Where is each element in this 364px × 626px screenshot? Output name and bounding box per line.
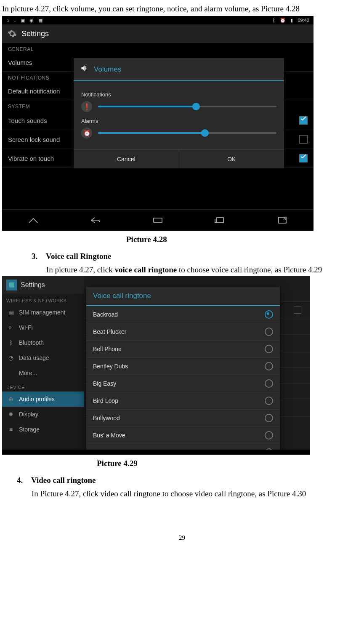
sidebar-item-label: Display xyxy=(19,411,38,418)
storage-icon: ≡ xyxy=(7,426,15,433)
sidebar-title: Settings xyxy=(21,281,45,289)
ok-button[interactable]: OK xyxy=(179,150,284,168)
radio-icon[interactable] xyxy=(265,345,273,353)
gear-icon xyxy=(7,29,17,39)
section3-body: In picture 4.27, click voice call ringto… xyxy=(46,264,362,276)
ringtone-label: Backroad xyxy=(93,311,118,318)
section3-number: 3. xyxy=(32,252,44,261)
radio-icon[interactable] xyxy=(265,362,273,370)
ringtone-label: Bird Loop xyxy=(93,397,118,404)
clock-text: 09:42 xyxy=(298,18,309,23)
alarm-icon: ⏰ xyxy=(81,128,92,139)
sidebar-section-device: DEVICE xyxy=(2,381,84,392)
ringtone-item-bus-a-move[interactable]: Bus' a Move xyxy=(86,427,280,444)
radio-icon[interactable] xyxy=(265,379,273,388)
bluetooth-status-icon: ᛒ xyxy=(272,18,275,23)
checkbox-placeholder[interactable] xyxy=(294,306,301,314)
sidebar-header: Settings xyxy=(2,276,84,294)
ringtone-label: Bell Phone xyxy=(93,346,122,352)
caption-429: Picture 4.29 xyxy=(97,459,364,468)
ringtone-label: Bentley Dubs xyxy=(93,363,128,370)
cancel-button[interactable]: Cancel xyxy=(74,150,179,168)
nav-home-icon[interactable] xyxy=(25,214,42,226)
ringtone-label: Beat Plucker xyxy=(93,328,126,335)
nav-back-icon[interactable] xyxy=(87,214,104,226)
sidebar-item-wi-fi[interactable]: ᯤWi-Fi xyxy=(2,320,84,335)
app-icon: ▣ xyxy=(21,18,25,23)
alarms-slider[interactable] xyxy=(98,132,276,134)
battery-status-icon: ▮ xyxy=(290,18,293,23)
label-alarms: Alarms xyxy=(81,118,276,124)
sidebar-item-sim-management[interactable]: ▤SIM management xyxy=(2,305,84,320)
ringtone-item-bird-loop[interactable]: Bird Loop xyxy=(86,392,280,410)
speaker-icon xyxy=(80,64,89,75)
section3-title: Voice call Ringtone xyxy=(46,252,112,261)
sim-icon: ▤ xyxy=(7,309,15,316)
ringtone-item-big-easy[interactable]: Big Easy xyxy=(86,375,280,392)
sidebar-item-label: Data usage xyxy=(19,354,49,361)
nav-screenshot-icon[interactable] xyxy=(274,214,291,226)
checkbox-vibrate[interactable] xyxy=(299,154,308,162)
settings-app-icon xyxy=(6,280,17,290)
radio-icon[interactable] xyxy=(265,431,273,440)
sidebar-item-bluetooth[interactable]: ᛒBluetooth xyxy=(2,335,84,350)
status-bar: ⌂ ↓ ▣ ◉ ▦ ᛒ ⏰ ▮ 09:42 xyxy=(2,16,314,24)
sidebar-item-display[interactable]: ✹Display xyxy=(2,407,84,422)
ringtone-item-backroad[interactable]: Backroad xyxy=(86,306,280,323)
ringtone-dialog-title: Voice call ringtone xyxy=(86,287,280,306)
ringtone-item-bentley-dubs[interactable]: Bentley Dubs xyxy=(86,358,280,375)
sidebar-item-label: Wi-Fi xyxy=(19,324,33,331)
sidebar-item-label: Audio profiles xyxy=(19,396,55,402)
sidebar-item-label: More... xyxy=(19,370,37,376)
notifications-slider[interactable] xyxy=(98,106,276,107)
nav-recent-icon[interactable] xyxy=(212,214,228,226)
app2-icon: ▦ xyxy=(38,18,43,23)
dialog-title: Volumes xyxy=(94,65,121,74)
chrome-icon: ◉ xyxy=(29,18,34,23)
ringtone-label: Big Easy xyxy=(93,380,116,387)
wifi-icon: ᯤ xyxy=(7,324,15,331)
ringtone-dialog: Voice call ringtone BackroadBeat Plucker… xyxy=(86,287,280,455)
notification-icon: ❗ xyxy=(81,101,92,112)
checkbox-touch[interactable] xyxy=(299,116,308,125)
sidebar-item-data-usage[interactable]: ◔Data usage xyxy=(2,350,84,365)
data-icon: ◔ xyxy=(7,354,15,361)
sidebar-item-audio-profiles[interactable]: ⊕Audio profiles xyxy=(2,392,84,407)
nav-bar xyxy=(2,209,314,231)
sidebar-item-label: Bluetooth xyxy=(19,339,44,346)
radio-icon[interactable] xyxy=(265,328,273,336)
label-notifications: Notifications xyxy=(81,91,276,98)
sidebar-section-wireless: WIRELESS & NETWORKS xyxy=(2,294,84,305)
sidebar-item-storage[interactable]: ≡Storage xyxy=(2,422,84,437)
nav-main-icon[interactable] xyxy=(149,214,166,226)
bt-icon: ᛒ xyxy=(7,339,15,346)
radio-icon[interactable] xyxy=(265,310,273,319)
ringtone-label: Bus' a Move xyxy=(93,432,125,439)
radio-icon[interactable] xyxy=(265,414,273,422)
sidebar-item-more-[interactable]: More... xyxy=(2,365,84,381)
ringtone-item-bell-phone[interactable]: Bell Phone xyxy=(86,341,280,358)
sidebar-item-label: SIM management xyxy=(19,309,66,316)
section4-title: Video call ringtone xyxy=(31,476,96,485)
sidebar-item-label: Storage xyxy=(19,426,40,433)
svg-rect-1 xyxy=(9,282,14,288)
settings-title: Settings xyxy=(21,29,49,38)
alarm-status-icon: ⏰ xyxy=(280,18,286,23)
page-number: 29 xyxy=(0,534,364,541)
home-icon: ⌂ xyxy=(6,18,9,23)
screenshot-volumes: ⌂ ↓ ▣ ◉ ▦ ᛒ ⏰ ▮ 09:42 Settings GENERAL V… xyxy=(2,16,314,231)
intro-text: In picture 4.27, click volume, you can s… xyxy=(2,4,362,13)
checkbox-lock[interactable] xyxy=(299,135,308,144)
settings-header: Settings xyxy=(2,24,314,43)
radio-icon[interactable] xyxy=(265,397,273,405)
caption-428: Picture 4.28 xyxy=(126,235,364,244)
screenshot-ringtone: Settings WIRELESS & NETWORKS ▤SIM manage… xyxy=(2,276,310,455)
volumes-dialog: Volumes Notifications ❗ Alarms ⏰ Cance xyxy=(74,58,284,168)
section4-number: 4. xyxy=(17,476,29,485)
audio-icon: ⊕ xyxy=(7,396,15,402)
sidebar: Settings WIRELESS & NETWORKS ▤SIM manage… xyxy=(2,276,84,455)
section-general: GENERAL xyxy=(2,43,314,54)
ringtone-item-bollywood[interactable]: Bollywood xyxy=(86,410,280,427)
ringtone-item-beat-plucker[interactable]: Beat Plucker xyxy=(86,323,280,341)
section4-body: In Picture 4.27, click video call ringto… xyxy=(32,487,362,500)
